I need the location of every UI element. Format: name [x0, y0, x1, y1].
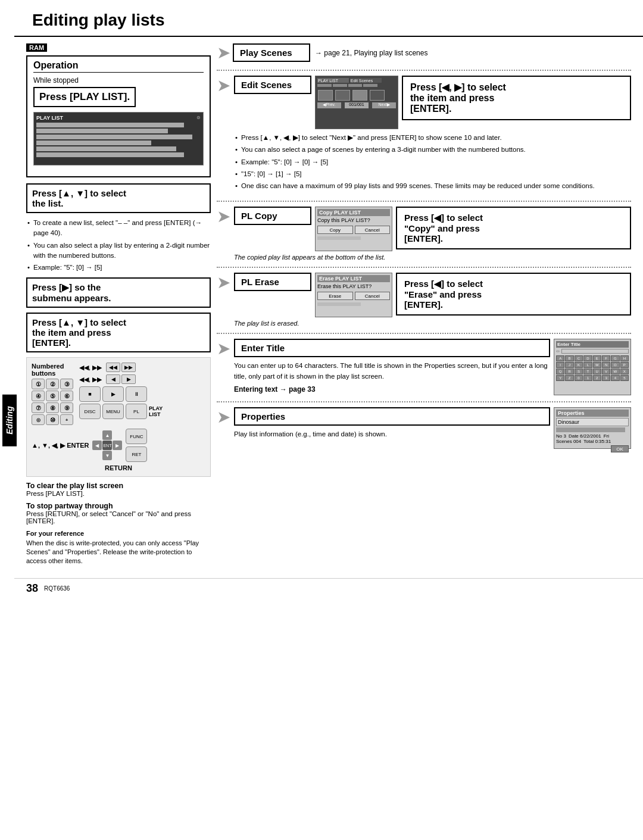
key-cell[interactable]: W: [611, 369, 619, 374]
key-cell[interactable]: G: [611, 355, 619, 361]
key-cell[interactable]: T: [583, 369, 592, 374]
key-cell[interactable]: P: [620, 362, 629, 368]
numbered-buttons-group: Numbered buttons ① ② ③ ④ ⑤ ⑥ ⑦ ⑧: [32, 363, 73, 425]
separator-1: [217, 70, 631, 71]
key-cell[interactable]: J: [565, 362, 573, 368]
slow-ff-btn[interactable]: ▶: [121, 374, 136, 384]
num-btn-extra[interactable]: +: [60, 414, 73, 425]
bullet-item: You can also select a play list by enter…: [27, 241, 211, 261]
edit-scenes-action: Press [◀, ▶] to select the item and pres…: [402, 76, 631, 120]
properties-arrow: ➤: [217, 407, 230, 427]
pl-erase-question: Erase this PLAY LIST?: [317, 283, 390, 289]
number-grid: ① ② ③ ④ ⑤ ⑥ ⑦ ⑧ ⑨ ◎ ⑩ +: [32, 379, 73, 425]
key-cell[interactable]: 4: [611, 375, 619, 381]
key-cell[interactable]: V: [602, 369, 610, 374]
func-btn[interactable]: FUNC: [126, 429, 147, 444]
prop-ok-row: OK: [556, 445, 629, 454]
return-btn[interactable]: RET: [126, 446, 147, 462]
ff-btn[interactable]: ▶▶: [121, 363, 136, 372]
key-cell[interactable]: Z: [565, 375, 573, 381]
key-cell[interactable]: D: [583, 355, 592, 361]
disc-btn[interactable]: DISC: [79, 404, 101, 419]
prop-ok-btn[interactable]: OK: [611, 445, 629, 452]
enter-title-desc: You can enter up to 64 characters. The f…: [234, 361, 550, 382]
key-cell[interactable]: 0: [575, 375, 583, 381]
dpad-up-btn[interactable]: ▲: [102, 430, 112, 440]
num-btn-2[interactable]: ②: [46, 379, 59, 389]
pause-btn[interactable]: ⏸: [126, 386, 147, 402]
num-btn-9[interactable]: ⑨: [60, 402, 73, 413]
press-submenu-text2: submenu appears.: [32, 293, 205, 303]
press-select-list-text2: the list.: [32, 198, 205, 208]
pl-erase-arrow: ➤: [217, 273, 230, 292]
pl-erase-action-text2: "Erase" and press: [404, 289, 623, 299]
play-btn[interactable]: ▶: [102, 386, 124, 402]
key-cell[interactable]: N: [602, 362, 610, 368]
key-cell[interactable]: B: [565, 355, 573, 361]
pl-copy-copy-btn[interactable]: Copy: [317, 226, 353, 234]
key-cell[interactable]: Q: [556, 369, 564, 374]
key-cell[interactable]: U: [593, 369, 601, 374]
dpad-down-btn[interactable]: ▼: [102, 451, 112, 460]
edit-scenes-screen: PLAY LIST Edit Scenes: [315, 76, 398, 129]
page-number: 38: [26, 582, 38, 595]
enter-title-content: Enter Title You can enter up to 64 chara…: [234, 339, 631, 395]
key-cell[interactable]: K: [575, 362, 583, 368]
stop-btn[interactable]: ■: [79, 386, 101, 402]
separator-5: [217, 401, 631, 402]
pl-erase-action-text3: [ENTER].: [404, 299, 623, 310]
num-btn-0a[interactable]: ◎: [32, 414, 45, 425]
pl-erase-erase-btn[interactable]: Erase: [317, 292, 353, 300]
transport-buttons-group: ◀◀, ▶▶ ◀◀ ▶▶ ◀◀, ▶▶ ◀ ▶: [79, 363, 205, 421]
num-btn-3[interactable]: ③: [60, 379, 73, 389]
slow-rew-btn[interactable]: ◀: [106, 374, 120, 384]
key-cell[interactable]: A: [556, 355, 564, 361]
key-cell[interactable]: 5: [620, 375, 629, 381]
page-title: Editing play lists: [14, 0, 643, 37]
press-item-text1: Press [▲, ▼] to select: [32, 317, 205, 327]
key-cell[interactable]: F: [602, 355, 610, 361]
properties-box: Properties: [234, 407, 550, 426]
key-cell[interactable]: S: [575, 369, 583, 374]
key-cell[interactable]: H: [620, 355, 629, 361]
key-cell[interactable]: C: [575, 355, 583, 361]
press-item-text2: the item and press: [32, 327, 205, 338]
prop-info-row: No 3 Date 6/22/2001 Fri: [556, 433, 629, 439]
key-cell[interactable]: E: [593, 355, 601, 361]
dpad-right-btn[interactable]: ▶: [113, 441, 122, 450]
key-cell[interactable]: I: [556, 362, 564, 368]
enter-btn[interactable]: ENT: [102, 441, 112, 450]
pl-copy-cancel-btn[interactable]: Cancel: [355, 226, 391, 234]
key-cell[interactable]: 2: [593, 375, 601, 381]
edit-scenes-action-text2: the item and press: [410, 93, 623, 104]
pl-erase-box: PL Erase: [234, 273, 311, 291]
key-cell[interactable]: X: [620, 369, 629, 374]
pl-copy-note: The copied play list appears at the bott…: [234, 254, 631, 261]
key-cell[interactable]: L: [583, 362, 592, 368]
num-btn-10[interactable]: ⑩: [46, 414, 59, 425]
prop-name-field: Dinosaur: [556, 418, 629, 426]
key-cell[interactable]: 3: [602, 375, 610, 381]
pl-btn[interactable]: PL: [126, 404, 147, 419]
press-item-text3: [ENTER].: [32, 338, 205, 348]
play-scenes-section: ➤ Play Scenes → page 21, Playing play li…: [217, 43, 631, 63]
num-btn-5[interactable]: ⑤: [46, 391, 59, 401]
num-btn-6[interactable]: ⑥: [60, 391, 73, 401]
enter-title-left: Enter Title You can enter up to 64 chara…: [234, 339, 550, 394]
key-cell[interactable]: R: [565, 369, 573, 374]
dpad-left-btn[interactable]: ◀: [92, 441, 102, 450]
key-cell[interactable]: Y: [556, 375, 564, 381]
menu-btn[interactable]: MENU: [102, 404, 124, 419]
num-btn-8[interactable]: ⑧: [46, 402, 59, 413]
num-btn-4[interactable]: ④: [32, 391, 45, 401]
num-btn-7[interactable]: ⑦: [32, 402, 45, 413]
key-cell[interactable]: 1: [583, 375, 592, 381]
rew-btn[interactable]: ◀◀: [106, 363, 120, 372]
enter-title-screen-title: Enter Title: [556, 341, 629, 348]
key-cell[interactable]: O: [611, 362, 619, 368]
pl-erase-cancel-btn[interactable]: Cancel: [355, 292, 391, 300]
left-column: RAM Operation While stopped Press [PLAY …: [26, 43, 211, 566]
key-cell[interactable]: M: [593, 362, 601, 368]
num-btn-1[interactable]: ①: [32, 379, 45, 389]
pl-copy-arrow: ➤: [217, 207, 230, 226]
